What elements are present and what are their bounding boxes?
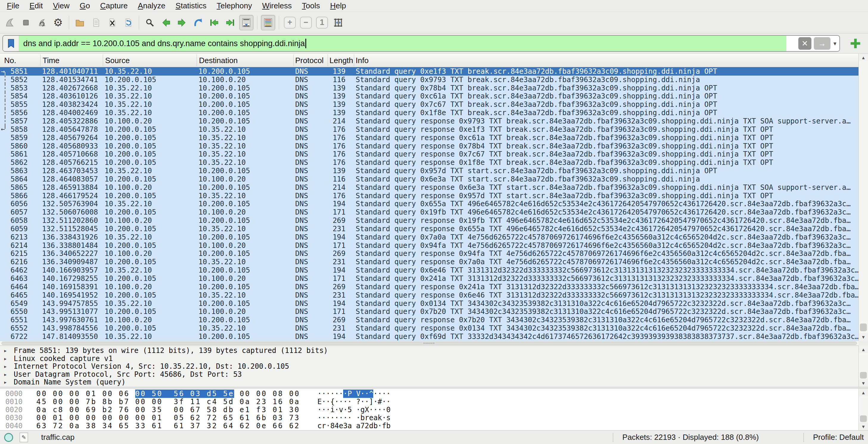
save-file-button[interactable] — [89, 15, 103, 30]
start-capture-button[interactable] — [3, 15, 17, 30]
hex-vscrollbar[interactable]: ▲ ▼ — [859, 389, 868, 430]
capture-comment-icon[interactable]: ✎ — [20, 433, 28, 442]
packet-row[interactable]: 6550 143.995131077 10.200.0.105 10.100.0… — [0, 307, 859, 316]
packet-row[interactable]: 6213 136.338431926 10.35.22.10 10.200.0.… — [0, 233, 859, 241]
packet-row[interactable]: 5864 128.464083057 10.200.0.105 10.100.0… — [0, 175, 859, 183]
packet-row[interactable]: 5857 128.405322886 10.100.0.20 10.200.0.… — [0, 117, 859, 125]
expert-info-icon[interactable] — [4, 433, 13, 442]
packet-row[interactable]: 5859 128.405679264 10.200.0.105 10.35.22… — [0, 134, 859, 142]
stop-capture-button[interactable] — [19, 15, 33, 30]
packet-row[interactable]: 5858 128.405647878 10.200.0.105 10.35.22… — [0, 125, 859, 134]
column-info[interactable]: Info — [356, 56, 369, 65]
scrollbar-thumb[interactable] — [860, 372, 867, 379]
expand-triangle-icon[interactable] — [4, 371, 14, 378]
menu-item[interactable]: Wireless — [257, 1, 297, 11]
packet-row[interactable]: 5854 128.403610126 10.35.22.10 10.200.0.… — [0, 92, 859, 101]
scrollbar-thumb[interactable] — [860, 415, 867, 422]
column-time[interactable]: Time — [42, 56, 60, 65]
go-forward-button[interactable] — [175, 15, 189, 30]
zoom-100-button[interactable]: 1 — [315, 15, 329, 30]
detail-row[interactable]: Linux cooked capture v1 — [4, 355, 868, 363]
packet-row[interactable]: 6462 140.166903957 10.35.22.10 10.200.0.… — [0, 266, 859, 274]
packet-row[interactable]: 5866 128.466179524 10.200.0.105 10.35.22… — [0, 192, 859, 200]
packet-row[interactable]: 6058 132.511202860 10.100.0.20 10.200.0.… — [0, 216, 859, 225]
packet-row[interactable]: 6059 132.511528045 10.200.0.105 10.35.22… — [0, 225, 859, 233]
filter-add-button[interactable]: ✚ — [848, 36, 863, 51]
auto-scroll-button[interactable] — [239, 15, 253, 30]
packet-row[interactable]: 6551 143.997630761 10.100.0.20 10.200.0.… — [0, 316, 859, 324]
column-no[interactable]: No. — [4, 56, 16, 65]
menu-item[interactable]: Capture — [95, 1, 133, 11]
menu-item[interactable]: Tools — [297, 1, 325, 11]
column-destination[interactable]: Destination — [199, 56, 238, 65]
hex-row[interactable]: 0030 00 01 00 00 00 00 00 01 05 62 72 65… — [5, 414, 868, 422]
zoom-out-button[interactable]: − — [299, 15, 313, 30]
packet-row[interactable]: 6057 132.506076008 10.200.0.105 10.100.0… — [0, 208, 859, 216]
column-divider[interactable] — [196, 55, 197, 66]
menu-item[interactable]: Go — [75, 1, 95, 11]
detail-row[interactable]: Domain Name System (query) — [4, 378, 868, 386]
column-divider[interactable] — [328, 55, 328, 66]
menu-item[interactable]: Telephony — [212, 1, 257, 11]
hex-row[interactable]: 0020 0a c8 00 69 b2 76 00 35 00 67 58 db… — [5, 406, 868, 414]
column-divider[interactable] — [40, 55, 40, 66]
detail-row[interactable]: Internet Protocol Version 4, Src: 10.35.… — [4, 363, 868, 371]
capture-file-name[interactable]: traffic.cap — [41, 433, 74, 442]
packet-row[interactable]: 6214 136.338801484 10.200.0.105 10.100.0… — [0, 241, 859, 250]
packet-row[interactable]: 5861 128.405710668 10.200.0.105 10.35.22… — [0, 150, 859, 158]
packet-row[interactable]: 5851 128.401040711 10.35.22.10 10.200.0.… — [0, 67, 859, 76]
column-divider[interactable] — [103, 55, 103, 66]
column-protocol[interactable]: Protocol — [295, 56, 323, 65]
detail-row[interactable]: Frame 5851: 139 bytes on wire (1112 bits… — [4, 347, 868, 355]
first-packet-button[interactable] — [207, 15, 221, 30]
scroll-up-icon[interactable]: ▲ — [859, 389, 868, 397]
scroll-up-icon[interactable]: ▲ — [859, 54, 868, 61]
filter-dropdown-button[interactable]: ▾ — [833, 40, 837, 47]
expand-triangle-icon[interactable] — [4, 355, 14, 362]
hex-row[interactable]: 0040 63 72 0a 38 34 65 33 61 61 37 32 64… — [5, 422, 868, 430]
colorize-packets-button[interactable] — [261, 15, 275, 30]
packet-row[interactable]: 6552 143.998784556 10.200.0.105 10.35.22… — [0, 324, 859, 332]
packet-row[interactable]: 6549 143.994757855 10.35.22.10 10.200.0.… — [0, 299, 859, 308]
details-vscrollbar[interactable]: ▲ ▼ — [859, 345, 868, 387]
column-length[interactable]: Length — [330, 56, 353, 65]
go-to-packet-button[interactable] — [191, 15, 205, 30]
packet-row[interactable]: 6215 136.340652227 10.100.0.20 10.200.0.… — [0, 250, 859, 258]
hex-row[interactable]: 0000 00 00 00 01 00 06 00 50 56 03 d5 5e… — [5, 389, 868, 398]
scroll-down-icon[interactable]: ▼ — [859, 379, 868, 387]
capture-options-button[interactable]: ⚙ — [51, 15, 65, 30]
scrollbar-thumb[interactable] — [860, 323, 867, 331]
find-packet-button[interactable] — [143, 15, 157, 30]
packet-row[interactable]: 5856 128.404002469 10.35.22.10 10.200.0.… — [0, 109, 859, 117]
menu-item[interactable]: Edit — [24, 1, 48, 11]
packet-list-vscrollbar[interactable]: ▲ ▼ — [859, 54, 868, 341]
packet-row[interactable]: 5862 128.405766215 10.200.0.105 10.35.22… — [0, 158, 859, 167]
close-file-button[interactable] — [105, 15, 119, 30]
expand-triangle-icon[interactable] — [4, 347, 14, 354]
menu-item[interactable]: View — [48, 1, 75, 11]
restart-capture-button[interactable] — [35, 15, 49, 30]
hex-row[interactable]: 0010 45 00 00 7b 8b b7 00 00 3f 11 c4 5d… — [5, 398, 868, 406]
scroll-up-icon[interactable]: ▲ — [859, 345, 868, 353]
packet-list-hscrollbar[interactable]: •••••• — [0, 341, 859, 345]
profile-label[interactable]: Profile: Default — [813, 433, 864, 442]
menu-item[interactable]: Statistics — [170, 1, 212, 11]
packet-row[interactable]: 6216 136.340909487 10.200.0.105 10.35.22… — [0, 258, 859, 266]
column-divider[interactable] — [354, 55, 354, 66]
packet-row[interactable]: 5852 128.401534741 10.200.0.105 10.100.0… — [0, 76, 859, 84]
packet-row[interactable]: 5855 128.403823424 10.35.22.10 10.200.0.… — [0, 100, 859, 109]
column-divider[interactable] — [293, 55, 294, 66]
expand-triangle-icon[interactable] — [4, 379, 14, 386]
reload-file-button[interactable] — [121, 15, 135, 30]
detail-row[interactable]: User Datagram Protocol, Src Port: 45686,… — [4, 371, 868, 379]
zoom-in-button[interactable]: + — [283, 15, 297, 30]
packet-row[interactable]: 6056 132.505763904 10.35.22.10 10.200.0.… — [0, 200, 859, 208]
open-file-button[interactable] — [73, 15, 87, 30]
scroll-down-icon[interactable]: ▼ — [859, 333, 868, 341]
hscrollbar-thumb[interactable]: •••••• — [1, 342, 857, 345]
packet-row[interactable]: 6463 140.167298255 10.200.0.105 10.100.0… — [0, 274, 859, 283]
go-back-button[interactable] — [159, 15, 173, 30]
menu-item[interactable]: Analyze — [133, 1, 171, 11]
filter-input[interactable]: dns and ip.addr == 10.200.0.105 and dns.… — [19, 36, 786, 51]
packet-row[interactable]: 5863 128.463703453 10.35.22.10 10.200.0.… — [0, 167, 859, 175]
